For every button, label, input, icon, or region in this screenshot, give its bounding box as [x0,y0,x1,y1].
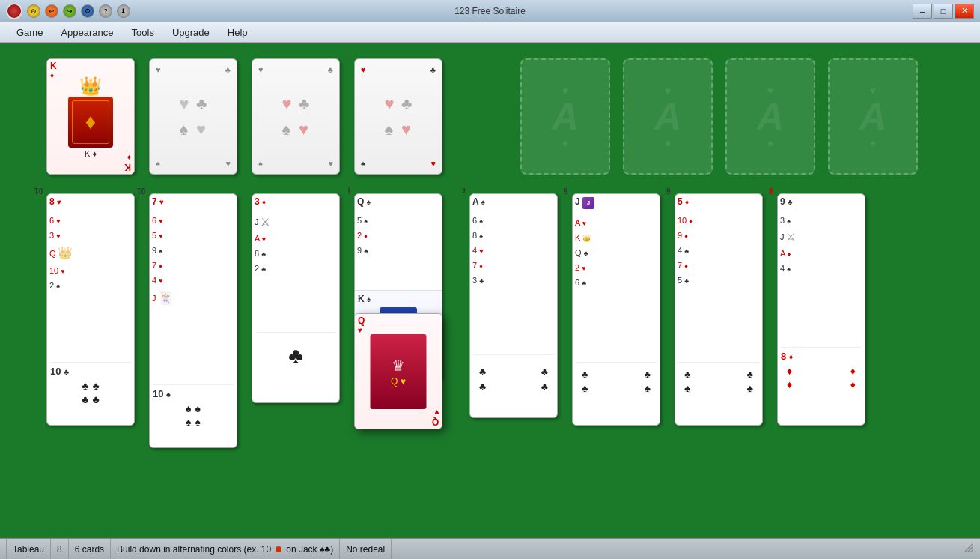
toolbar-btn-4[interactable]: ⚙ [81,4,94,18]
toolbar-btn-6[interactable]: ⬇ [117,4,130,18]
dragging-queen-hearts[interactable]: Q♥ Q♥ ♛ Q ♥ [354,313,442,429]
stock-pile-4[interactable]: ♥ ♣ ♠ ♥ ♥ ♣ ♠ ♥ [354,58,442,175]
status-gametype: Tableau [6,539,51,559]
status-columns: 8 [51,539,69,559]
titlebar: ⊖ ↩ ↪ ⚙ ? ⬇ 123 Free Solitaire – □ ✕ [0,0,980,22]
titlebar-controls: – □ ✕ [913,4,974,19]
app-icon-button[interactable] [6,3,22,19]
stock-pile-1[interactable]: K♦ K♦ 👑 ♦ K ♦ [46,58,135,175]
foundation-3[interactable]: ♥ A ♠ [725,58,815,175]
statusbar: Tableau 8 6 cards Build down in alternat… [0,538,980,559]
resize-grip[interactable] [964,543,974,555]
game-area[interactable]: K♦ K♦ 👑 ♦ K ♦ [0,43,980,538]
window-title: 123 Free Solitaire [454,6,526,16]
stock-pile-2[interactable]: ♥ ♣ ♠ ♥ ♥ ♣ ♠ ♥ [149,58,237,175]
menubar: Game Appearance Tools Upgrade Help [0,22,980,43]
rule-dot [276,546,281,552]
menu-appearance[interactable]: Appearance [53,25,121,40]
menu-game[interactable]: Game [9,25,50,40]
toolbar-btn-3[interactable]: ↪ [63,4,76,18]
foundation-4[interactable]: ♥ A ♠ [828,58,918,175]
toolbar-btn-2[interactable]: ↩ [45,4,58,18]
menu-help[interactable]: Help [220,25,255,40]
foundation-2[interactable]: ♥ A ♠ [623,58,713,175]
toolbar-btn-1[interactable]: ⊖ [27,4,40,18]
maximize-button[interactable]: □ [934,4,953,19]
minimize-button[interactable]: – [913,4,932,19]
titlebar-left: ⊖ ↩ ↪ ⚙ ? ⬇ [6,3,130,19]
status-cards: 6 cards [69,539,111,559]
status-redeal: No redeal [340,539,392,559]
close-button[interactable]: ✕ [955,4,974,19]
menu-upgrade[interactable]: Upgrade [165,25,217,40]
stock-pile-3[interactable]: ♥ ♣ ♠ ♥ ♥ ♣ ♠ ♥ [252,58,340,175]
menu-tools[interactable]: Tools [124,25,162,40]
foundation-1[interactable]: ♥ A ♠ [520,58,610,175]
status-rule: Build down in alternating colors (ex. 10… [111,539,340,559]
toolbar-btn-5[interactable]: ? [99,4,112,18]
svg-line-2 [971,550,973,552]
